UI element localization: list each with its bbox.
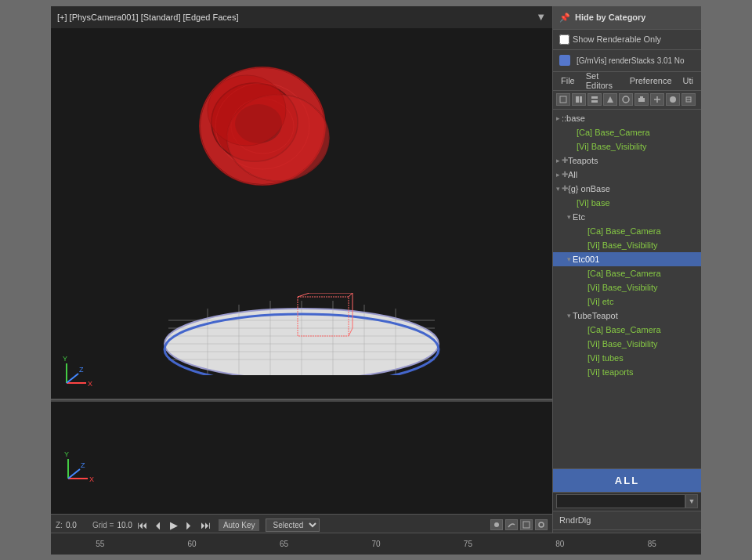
rewind-button[interactable]: ⏮: [136, 519, 149, 531]
svg-rect-55: [640, 96, 643, 99]
svg-line-34: [67, 374, 78, 383]
svg-marker-52: [607, 96, 613, 103]
right-panel: 📌 Hide by Category Show Renderable Only …: [552, 6, 701, 555]
tree-item[interactable]: [Ca] Base_Camera: [553, 224, 701, 238]
key-mode-icon[interactable]: [490, 519, 503, 530]
main-viewport[interactable]: X Y Z: [51, 28, 552, 399]
tick-80: 80: [514, 540, 606, 548]
menu-bar: File Set Editors Preference Uti: [553, 72, 701, 91]
grid-value: 10.0: [117, 521, 132, 529]
render-stacks-bar: [G/mVis] renderStacks 3.01 No: [553, 50, 701, 72]
bottom-buttons: ALL: [553, 468, 701, 492]
tree-item[interactable]: ▾Etc001: [553, 252, 701, 266]
menu-file[interactable]: File: [556, 74, 580, 87]
tree-item[interactable]: [Vi] Base_Visibility: [553, 280, 701, 294]
svg-text:Y: Y: [64, 450, 69, 458]
next-frame-button[interactable]: ⏵: [183, 519, 196, 531]
toolbar-btn-2[interactable]: [572, 93, 586, 106]
svg-text:Z: Z: [81, 461, 85, 469]
toolbar-btn-6[interactable]: [634, 93, 649, 106]
selected-dropdown[interactable]: Selected: [266, 518, 320, 532]
menu-preference[interactable]: Preference: [625, 74, 677, 87]
svg-line-40: [68, 469, 80, 479]
hbc-title: Hide by Category: [575, 13, 645, 22]
z-label: Z:: [56, 521, 63, 529]
tree-item[interactable]: [Vi] Base_Visibility: [553, 238, 701, 252]
time-config-icon[interactable]: [520, 519, 533, 530]
tree-item[interactable]: ▸✚ Teapots: [553, 154, 701, 168]
timeline-bar[interactable]: 55 60 65 70 75 80 85: [51, 533, 701, 555]
svg-point-58: [670, 96, 676, 103]
axes-indicator: X Y Z: [59, 352, 98, 391]
tree-item[interactable]: [Ca] Base_Camera: [553, 266, 701, 280]
svg-rect-43: [523, 522, 530, 528]
rs-icon: [559, 55, 570, 66]
svg-point-44: [539, 522, 544, 527]
tick-75: 75: [422, 540, 514, 548]
svg-line-29: [349, 328, 352, 336]
viewport-info-bar: [+] [PhysCamera001] [Standard] [Edged Fa…: [51, 6, 552, 28]
toolbar-btn-5[interactable]: [619, 93, 633, 106]
prev-frame-button[interactable]: ⏴: [152, 519, 165, 531]
selection-box-svg: [294, 293, 356, 344]
toolbar-btn-1[interactable]: [556, 93, 570, 106]
play-button[interactable]: ▶: [168, 519, 179, 531]
search-dropdown[interactable]: ▼: [685, 494, 698, 508]
tree-item[interactable]: [Vi] base: [553, 196, 701, 210]
z-value: 0.0: [66, 521, 89, 529]
axes-bottom: X Y Z: [60, 447, 99, 486]
show-renderable-row[interactable]: Show Renderable Only: [553, 30, 701, 50]
menu-uti[interactable]: Uti: [678, 74, 698, 87]
viewport-label: [+] [PhysCamera001] [Standard] [Edged Fa…: [57, 13, 238, 22]
scene-tree[interactable]: ▸::base[Ca] Base_Camera[Vi] Base_Visibil…: [553, 110, 701, 468]
options-icon[interactable]: [535, 519, 548, 530]
svg-rect-51: [591, 100, 598, 103]
toolbar-btn-4[interactable]: [603, 93, 617, 106]
show-renderable-checkbox[interactable]: [559, 34, 569, 45]
toolbar-icons: [553, 91, 701, 110]
tree-item[interactable]: ▾Etc: [553, 210, 701, 224]
svg-text:Z: Z: [79, 366, 84, 374]
svg-point-53: [623, 96, 629, 103]
tree-item[interactable]: ▸✚ All: [553, 168, 701, 182]
curve-editor-icon[interactable]: [505, 519, 518, 530]
svg-rect-47: [560, 96, 566, 103]
search-input[interactable]: [556, 494, 685, 508]
svg-rect-48: [576, 96, 579, 103]
rndrdlg-row: RndrDlg: [553, 511, 701, 529]
tree-item[interactable]: ▾TubeTeapot: [553, 309, 701, 323]
tree-item[interactable]: [Vi] tubes: [553, 351, 701, 365]
timeline-numbers: 55 60 65 70 75 80 85: [51, 540, 701, 548]
svg-rect-49: [580, 96, 582, 103]
grid-label: Grid =: [92, 521, 114, 529]
svg-point-42: [494, 522, 499, 527]
tree-item[interactable]: [Vi] Base_Visibility: [553, 337, 701, 351]
tree-item[interactable]: [Ca] Base_Camera: [553, 125, 701, 139]
rndrdlg-label: RndrDlg: [559, 515, 591, 525]
auto-key-button[interactable]: Auto Key: [219, 519, 260, 531]
tick-55: 55: [54, 540, 146, 548]
bottom-viewport[interactable]: X Y Z: [51, 400, 552, 514]
search-row: ▼: [553, 492, 701, 511]
menu-set-editors[interactable]: Set Editors: [581, 70, 624, 92]
tree-item[interactable]: [Vi] Base_Visibility: [553, 139, 701, 154]
torus-knot-svg: [184, 52, 341, 201]
tree-item[interactable]: ▾✚ {g} onBase: [553, 182, 701, 196]
svg-text:X: X: [88, 380, 92, 388]
tree-item[interactable]: [Vi] teaports: [553, 365, 701, 379]
toolbar-btn-7[interactable]: [650, 93, 664, 106]
tree-item[interactable]: [Ca] Base_Camera: [553, 323, 701, 337]
toolbar-btn-9[interactable]: [682, 93, 696, 106]
tick-60: 60: [146, 540, 237, 548]
toolbar-btn-3[interactable]: [588, 93, 602, 106]
fastforward-button[interactable]: ⏭: [199, 519, 212, 531]
filter-icon[interactable]: ▼: [536, 11, 546, 23]
tree-item[interactable]: ▸::base: [553, 111, 701, 125]
toolbar-btn-8[interactable]: [666, 93, 680, 106]
all-button[interactable]: ALL: [553, 469, 701, 492]
svg-text:Y: Y: [63, 355, 67, 363]
tick-65: 65: [238, 540, 330, 548]
tick-70: 70: [330, 540, 421, 548]
tree-item[interactable]: [Vi] etc: [553, 294, 701, 309]
render-stacks-title: [G/mVis] renderStacks 3.01 No: [577, 56, 685, 65]
